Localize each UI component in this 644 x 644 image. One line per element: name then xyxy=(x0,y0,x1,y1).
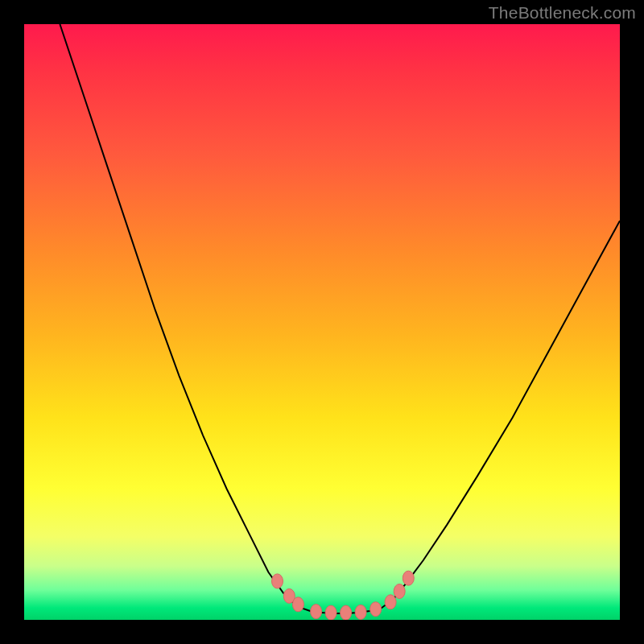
plot-area xyxy=(24,24,620,620)
data-marker xyxy=(402,571,414,585)
outer-frame: TheBottleneck.com xyxy=(0,0,644,644)
data-marker xyxy=(355,605,366,619)
data-marker xyxy=(325,605,336,620)
data-marker xyxy=(394,584,405,599)
data-marker xyxy=(292,597,303,612)
marker-layer xyxy=(272,571,415,620)
chart-svg xyxy=(24,24,620,620)
bottleneck-curve xyxy=(60,24,620,613)
data-marker xyxy=(370,602,382,617)
data-marker xyxy=(272,574,283,588)
watermark-text: TheBottleneck.com xyxy=(489,3,636,23)
data-marker xyxy=(311,605,322,619)
curve-layer xyxy=(60,24,620,613)
data-marker xyxy=(385,595,396,609)
data-marker xyxy=(341,605,352,620)
